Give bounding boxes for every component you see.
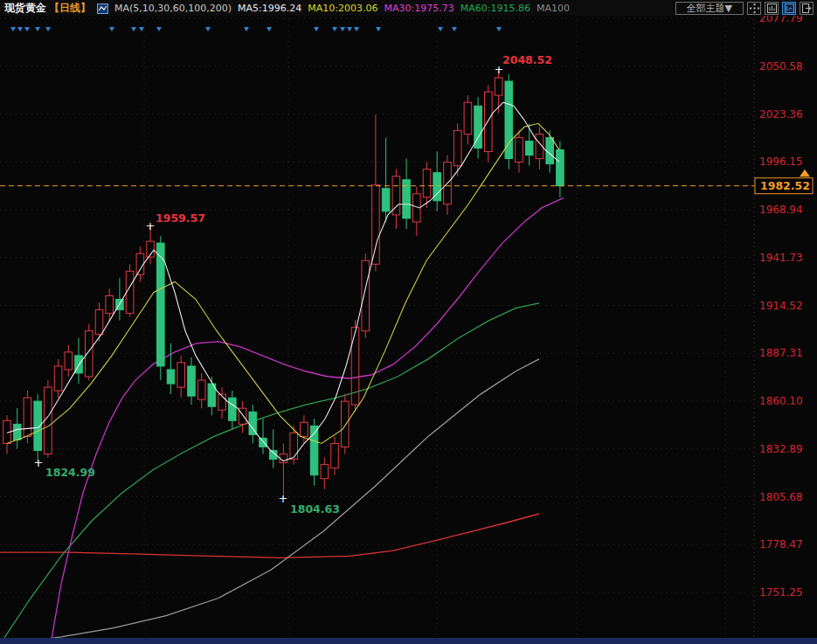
event-marker-icon[interactable]	[340, 27, 345, 31]
legend-ma30: MA30:1975.73	[384, 3, 454, 14]
event-marker-icon[interactable]	[24, 27, 30, 31]
legend-ma60: MA60:1915.86	[460, 3, 530, 14]
candle-body	[280, 454, 287, 463]
y-axis-label: 1941.73	[759, 252, 803, 264]
candle-body	[229, 398, 237, 420]
y-axis-label: 1832.89	[759, 443, 803, 455]
y-axis-label: 1751.25	[759, 586, 803, 599]
ma-line-ma5	[7, 102, 559, 460]
legend-ma10: MA10:2003.06	[308, 3, 377, 14]
main-pane-icon[interactable]	[765, 2, 779, 15]
y-axis-label: 1914.52	[759, 300, 803, 312]
candle-body	[24, 398, 31, 436]
price-annotation: 1959.57	[156, 211, 205, 225]
candle-body	[177, 363, 185, 387]
extreme-cross-marker: +	[146, 219, 156, 232]
candle-body	[301, 422, 308, 436]
event-marker-icon[interactable]	[267, 27, 272, 31]
candle-body	[495, 78, 502, 95]
y-axis-label: 1860.10	[759, 395, 803, 407]
event-marker-icon[interactable]	[139, 27, 144, 31]
y-axis-label: 1968.94	[759, 204, 803, 216]
candle-body	[249, 412, 257, 434]
candle-body	[45, 387, 52, 454]
expand-pane-icon[interactable]	[800, 2, 814, 15]
extreme-cross-marker: +	[279, 492, 288, 505]
y-axis-label: 1778.47	[759, 538, 803, 551]
event-marker-icon[interactable]	[45, 27, 51, 31]
event-marker-icon[interactable]	[376, 27, 381, 31]
candle-body	[464, 102, 472, 134]
event-marker-icon[interactable]	[496, 27, 502, 31]
y-axis-label: 1887.31	[759, 347, 803, 359]
candle-body	[331, 444, 339, 468]
y-axis-label: 2023.36	[759, 108, 803, 121]
legend-group: 现货黄金 【日线】 MA(5,10,30,60,100,200) MA5:199…	[4, 1, 570, 16]
event-marker-icon[interactable]	[35, 27, 40, 31]
candle-body	[13, 424, 21, 440]
event-marker-icon[interactable]	[10, 27, 16, 31]
candle-body	[342, 401, 350, 447]
event-marker-icon[interactable]	[354, 27, 359, 31]
y-axis-label: 1805.68	[759, 491, 803, 503]
candle-body	[516, 137, 523, 162]
candle-body	[372, 185, 380, 265]
candle-body	[546, 137, 554, 163]
theme-dropdown[interactable]: 全部主题▼	[675, 2, 744, 15]
candle-body	[525, 141, 533, 155]
ma-line-ma100	[7, 359, 539, 644]
extreme-cross-marker: +	[34, 456, 44, 469]
y-axis-label: 2050.58	[759, 60, 803, 73]
price-chart-svg[interactable]: 2077.792050.582023.361996.151968.941941.…	[0, 0, 817, 644]
ma-line-ma30	[51, 197, 564, 644]
event-marker-icon[interactable]	[314, 27, 319, 31]
indicator-flag-icon	[97, 3, 108, 14]
event-marker-icon[interactable]	[131, 27, 136, 31]
candle-body	[382, 189, 390, 211]
event-marker-icon[interactable]	[17, 27, 23, 31]
price-annotation: 2048.52	[502, 53, 552, 66]
header-bar: 现货黄金 【日线】 MA(5,10,30,60,100,200) MA5:199…	[0, 0, 817, 16]
candle-body	[95, 310, 103, 335]
event-marker-icon[interactable]	[347, 27, 352, 31]
candle-body	[126, 271, 134, 313]
event-marker-icon[interactable]	[332, 27, 337, 31]
instrument-title: 现货黄金	[4, 1, 46, 16]
price-annotation: 1824.99	[45, 466, 95, 479]
candle-body	[106, 296, 114, 314]
candle-body	[65, 352, 73, 370]
candle-body	[260, 438, 267, 447]
candle-body	[188, 366, 196, 396]
candle-body	[54, 366, 62, 391]
candle-body	[290, 433, 298, 459]
legend-ma5: MA5:1996.24	[238, 3, 301, 14]
event-marker-icon[interactable]	[244, 27, 249, 31]
event-marker-icon[interactable]	[452, 27, 457, 31]
candle-body	[557, 150, 564, 186]
ma-formula: MA(5,10,30,60,100,200)	[114, 3, 232, 14]
event-marker-icon[interactable]	[109, 27, 114, 31]
ma-line-ma200	[0, 514, 539, 557]
candle-body	[157, 243, 165, 366]
time-scrollbar[interactable]	[0, 638, 817, 644]
gold-chart-window: 现货黄金 【日线】 MA(5,10,30,60,100,200) MA5:199…	[0, 0, 817, 644]
candle-body	[197, 380, 205, 399]
price-annotation: 1804.63	[290, 502, 340, 516]
theme-dropdown-label: 全部主题▼	[687, 3, 732, 14]
current-price-value: 1982.52	[760, 179, 810, 192]
toolbar: 全部主题▼	[675, 2, 814, 15]
candle-body	[454, 130, 461, 165]
candle-body	[485, 92, 493, 151]
candle-body	[167, 370, 175, 384]
event-marker-icon[interactable]	[438, 27, 443, 31]
pan-icon[interactable]	[747, 2, 761, 15]
candle-body	[423, 170, 431, 197]
candle-body	[86, 331, 93, 377]
y-axis-label: 1996.15	[759, 156, 803, 168]
event-marker-icon[interactable]	[156, 27, 162, 31]
indicator-pane-icon[interactable]	[782, 2, 796, 15]
ma-line-ma10	[7, 123, 559, 443]
candle-body	[362, 260, 370, 331]
event-marker-icon[interactable]	[205, 27, 211, 31]
period-label: 【日线】	[49, 1, 91, 16]
